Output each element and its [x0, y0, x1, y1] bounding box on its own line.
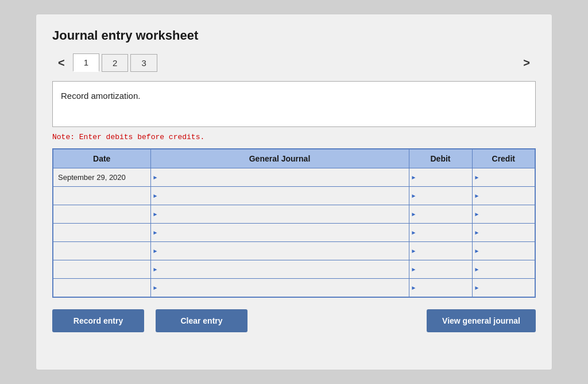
- record-entry-button[interactable]: Record entry: [52, 309, 144, 332]
- header-credit: Credit: [472, 149, 535, 168]
- credit-input-5[interactable]: [481, 264, 535, 275]
- debit-cell-2[interactable]: ►: [409, 205, 472, 224]
- credit-input-4[interactable]: [481, 245, 535, 256]
- journal-cell-3[interactable]: ►: [150, 224, 409, 242]
- journal-cell-2[interactable]: ►: [150, 205, 409, 224]
- tabs-row: < 1 2 3 >: [52, 53, 536, 72]
- debit-cell-3[interactable]: ►: [409, 224, 472, 242]
- table-row: ►►►: [53, 205, 535, 224]
- view-general-journal-button[interactable]: View general journal: [427, 309, 536, 332]
- journal-input-5[interactable]: [160, 264, 408, 275]
- debit-cell-0[interactable]: ►: [409, 168, 472, 187]
- table-row: September 29, 2020►►►: [53, 168, 535, 187]
- header-date: Date: [53, 149, 150, 168]
- date-cell-3: [53, 224, 150, 242]
- next-arrow[interactable]: >: [517, 54, 536, 72]
- journal-input-3[interactable]: [160, 227, 408, 238]
- date-cell-5: [53, 260, 150, 279]
- note-text: Note: Enter debits before credits.: [52, 133, 536, 141]
- journal-cell-5[interactable]: ►: [150, 260, 409, 279]
- table-row: ►►►: [53, 187, 535, 205]
- credit-arrow-0: ►: [473, 174, 482, 181]
- debit-cell-6[interactable]: ►: [409, 279, 472, 297]
- instruction-text: Record amortization.: [61, 91, 140, 101]
- clear-entry-button[interactable]: Clear entry: [156, 309, 247, 332]
- journal-table: Date General Journal Debit Credit Septem…: [52, 148, 536, 298]
- table-row: ►►►: [53, 260, 535, 279]
- date-cell-2: [53, 205, 150, 224]
- journal-arrow-6: ►: [151, 285, 160, 291]
- journal-input-2[interactable]: [160, 209, 408, 220]
- journal-arrow-3: ►: [151, 229, 160, 236]
- debit-input-2[interactable]: [418, 209, 471, 220]
- credit-arrow-6: ►: [473, 285, 482, 291]
- journal-arrow-4: ►: [151, 248, 160, 254]
- debit-cell-1[interactable]: ►: [409, 187, 472, 205]
- tab-1[interactable]: 1: [73, 53, 99, 72]
- date-cell-0: September 29, 2020: [53, 168, 150, 187]
- credit-input-2[interactable]: [481, 209, 535, 220]
- credit-arrow-1: ►: [473, 193, 482, 199]
- debit-input-4[interactable]: [418, 245, 471, 256]
- journal-cell-6[interactable]: ►: [150, 279, 409, 297]
- debit-input-6[interactable]: [418, 282, 471, 293]
- journal-input-6[interactable]: [160, 282, 408, 293]
- credit-cell-1[interactable]: ►: [472, 187, 535, 205]
- debit-arrow-6: ►: [409, 285, 419, 291]
- prev-arrow[interactable]: <: [52, 54, 71, 72]
- credit-arrow-2: ►: [473, 211, 482, 217]
- buttons-row: Record entry Clear entry View general jo…: [52, 309, 536, 332]
- credit-cell-6[interactable]: ►: [472, 279, 535, 297]
- debit-arrow-4: ►: [409, 248, 419, 254]
- debit-arrow-2: ►: [409, 211, 419, 217]
- credit-input-3[interactable]: [481, 227, 535, 238]
- debit-cell-5[interactable]: ►: [409, 260, 472, 279]
- credit-cell-2[interactable]: ►: [472, 205, 535, 224]
- instruction-box: Record amortization.: [52, 81, 536, 127]
- journal-cell-4[interactable]: ►: [150, 242, 409, 260]
- debit-input-1[interactable]: [418, 190, 471, 201]
- journal-input-4[interactable]: [160, 245, 408, 256]
- date-cell-4: [53, 242, 150, 260]
- date-cell-6: [53, 279, 150, 297]
- journal-input-0[interactable]: [160, 172, 408, 183]
- journal-input-1[interactable]: [160, 190, 408, 201]
- credit-arrow-5: ►: [473, 266, 482, 272]
- journal-cell-1[interactable]: ►: [150, 187, 409, 205]
- date-cell-1: [53, 187, 150, 205]
- debit-input-3[interactable]: [418, 227, 471, 238]
- debit-arrow-5: ►: [409, 266, 419, 272]
- credit-cell-5[interactable]: ►: [472, 260, 535, 279]
- journal-arrow-2: ►: [151, 211, 160, 217]
- journal-arrow-0: ►: [151, 174, 160, 181]
- credit-cell-4[interactable]: ►: [472, 242, 535, 260]
- journal-arrow-5: ►: [151, 266, 160, 272]
- credit-arrow-3: ►: [473, 229, 482, 236]
- page-title: Journal entry worksheet: [52, 28, 536, 43]
- credit-cell-0[interactable]: ►: [472, 168, 535, 187]
- debit-arrow-1: ►: [409, 193, 419, 199]
- table-row: ►►►: [53, 242, 535, 260]
- debit-input-0[interactable]: [418, 172, 471, 183]
- credit-input-0[interactable]: [481, 172, 535, 183]
- credit-input-6[interactable]: [481, 282, 535, 293]
- header-general-journal: General Journal: [150, 149, 409, 168]
- debit-cell-4[interactable]: ►: [409, 242, 472, 260]
- table-row: ►►►: [53, 224, 535, 242]
- debit-arrow-3: ►: [409, 229, 419, 236]
- journal-arrow-1: ►: [151, 193, 160, 199]
- credit-cell-3[interactable]: ►: [472, 224, 535, 242]
- tab-3[interactable]: 3: [130, 54, 157, 72]
- debit-arrow-0: ►: [409, 174, 419, 181]
- journal-cell-0[interactable]: ►: [150, 168, 409, 187]
- tab-2[interactable]: 2: [102, 54, 128, 72]
- credit-arrow-4: ►: [473, 248, 482, 254]
- worksheet-container: Journal entry worksheet < 1 2 3 > Record…: [36, 14, 552, 370]
- table-row: ►►►: [53, 279, 535, 297]
- credit-input-1[interactable]: [481, 190, 535, 201]
- debit-input-5[interactable]: [418, 264, 471, 275]
- header-debit: Debit: [409, 149, 472, 168]
